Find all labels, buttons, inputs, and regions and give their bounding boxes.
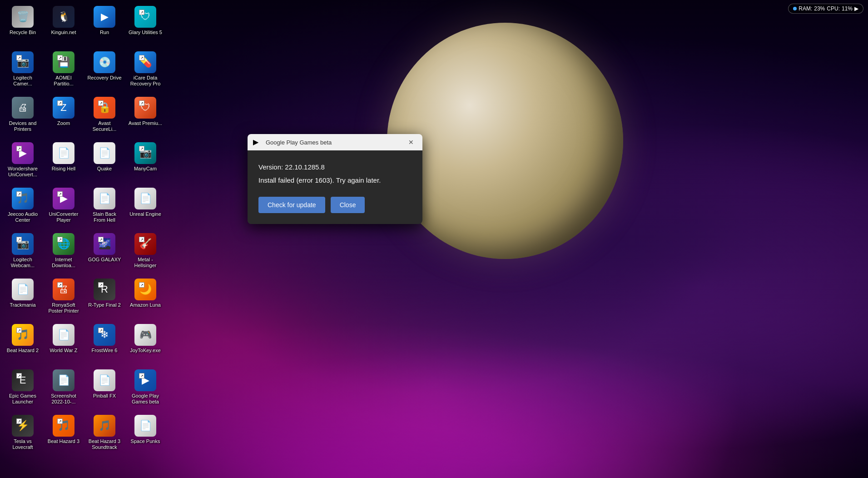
dialog-overlay: ▶ Google Play Games beta ✕ Version: 22.1… bbox=[0, 0, 868, 478]
dialog-title-left: ▶ Google Play Games beta bbox=[253, 138, 332, 147]
dialog-app-icon: ▶ bbox=[253, 138, 262, 147]
close-dialog-button[interactable]: Close bbox=[331, 197, 365, 213]
dialog-buttons: Check for update Close bbox=[258, 197, 412, 213]
dialog-titlebar: ▶ Google Play Games beta ✕ bbox=[248, 134, 422, 150]
dialog-close-titlebar-button[interactable]: ✕ bbox=[405, 136, 417, 148]
dialog-body: Version: 22.10.1285.8 Install failed (er… bbox=[248, 150, 422, 224]
dialog-version-text: Version: 22.10.1285.8 bbox=[258, 163, 412, 171]
dialog-error-text: Install failed (error 1603). Try again l… bbox=[258, 176, 412, 184]
dialog-title-text: Google Play Games beta bbox=[266, 139, 332, 146]
check-for-update-button[interactable]: Check for update bbox=[258, 197, 325, 213]
google-play-games-dialog: ▶ Google Play Games beta ✕ Version: 22.1… bbox=[248, 134, 422, 224]
